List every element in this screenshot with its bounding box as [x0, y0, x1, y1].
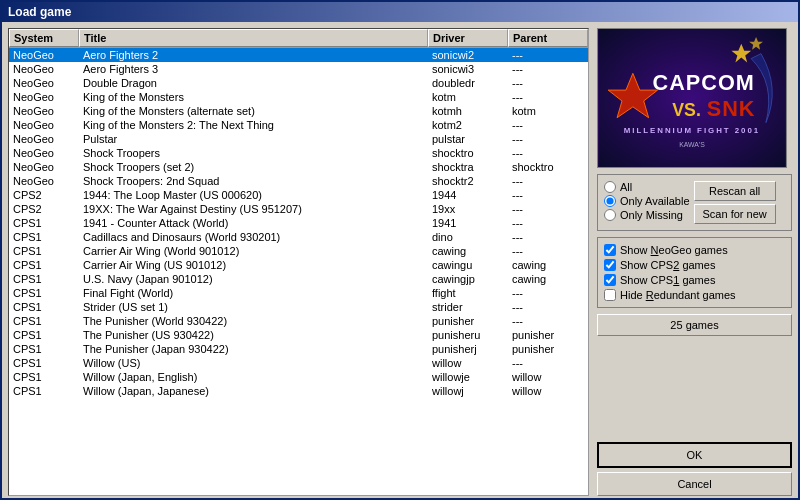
svg-text:KAWA'S: KAWA'S	[679, 141, 705, 148]
table-row[interactable]: NeoGeoShock Troopers (set 2)shocktrashoc…	[9, 160, 588, 174]
table-row[interactable]: CPS1Willow (Japan, English)willowjewillo…	[9, 370, 588, 384]
table-cell: ---	[508, 174, 588, 188]
table-cell: Aero Fighters 2	[79, 48, 428, 62]
table-cell: NeoGeo	[9, 174, 79, 188]
table-row[interactable]: CPS11941 - Counter Attack (World)1941---	[9, 216, 588, 230]
checkbox-cps2[interactable]: Show CPS2 games	[604, 259, 785, 271]
checkbox-neogeo[interactable]: Show NeoGeo games	[604, 244, 785, 256]
table-cell: punisheru	[428, 328, 508, 342]
radio-missing-label: Only Missing	[620, 209, 683, 221]
table-row[interactable]: CPS1U.S. Navy (Japan 901012)cawingjpcawi…	[9, 272, 588, 286]
table-cell: ---	[508, 146, 588, 160]
table-cell: Cadillacs and Dinosaurs (World 930201)	[79, 230, 428, 244]
table-cell: punisher	[428, 314, 508, 328]
table-row[interactable]: CPS1Willow (US)willow---	[9, 356, 588, 370]
bottom-buttons: OK Cancel	[597, 442, 792, 496]
table-row[interactable]: CPS1Willow (Japan, Japanese)willowjwillo…	[9, 384, 588, 398]
table-cell: 19xx	[428, 202, 508, 216]
table-cell: NeoGeo	[9, 48, 79, 62]
table-cell: 19XX: The War Against Destiny (US 951207…	[79, 202, 428, 216]
table-cell: The Punisher (US 930422)	[79, 328, 428, 342]
table-cell: NeoGeo	[9, 160, 79, 174]
table-row[interactable]: CPS1The Punisher (US 930422)punisherupun…	[9, 328, 588, 342]
header-system[interactable]: System	[9, 29, 79, 47]
table-row[interactable]: NeoGeoKing of the Monsters (alternate se…	[9, 104, 588, 118]
table-cell: ---	[508, 202, 588, 216]
table-row[interactable]: CPS21944: The Loop Master (US 000620)194…	[9, 188, 588, 202]
header-title[interactable]: Title	[79, 29, 428, 47]
radio-group: All Only Available Only Missing	[604, 181, 690, 221]
radio-available[interactable]: Only Available	[604, 195, 690, 207]
table-row[interactable]: CPS1Final Fight (World)ffight---	[9, 286, 588, 300]
table-cell: CPS1	[9, 300, 79, 314]
table-cell: willow	[428, 356, 508, 370]
table-cell: pulstar	[428, 132, 508, 146]
scan-for-new-button[interactable]: Scan for new	[694, 204, 776, 224]
table-cell: willowje	[428, 370, 508, 384]
table-row[interactable]: NeoGeoKing of the Monsterskotm---	[9, 90, 588, 104]
table-cell: NeoGeo	[9, 90, 79, 104]
table-cell: shocktr2	[428, 174, 508, 188]
table-cell: ---	[508, 286, 588, 300]
cancel-button[interactable]: Cancel	[597, 472, 792, 496]
table-cell: CPS1	[9, 272, 79, 286]
table-row[interactable]: CPS1The Punisher (Japan 930422)punisherj…	[9, 342, 588, 356]
table-cell: 1941 - Counter Attack (World)	[79, 216, 428, 230]
table-cell: sonicwi2	[428, 48, 508, 62]
checkbox-redundant[interactable]: Hide Redundant games	[604, 289, 785, 301]
svg-text:MILLENNIUM FIGHT 2001: MILLENNIUM FIGHT 2001	[624, 126, 760, 135]
table-row[interactable]: CPS1Carrier Air Wing (World 901012)cawin…	[9, 244, 588, 258]
table-cell: The Punisher (Japan 930422)	[79, 342, 428, 356]
table-cell: ---	[508, 244, 588, 258]
table-row[interactable]: CPS1The Punisher (World 930422)punisher-…	[9, 314, 588, 328]
table-cell: ---	[508, 76, 588, 90]
table-cell: CPS1	[9, 328, 79, 342]
checkbox-group: Show NeoGeo games Show CPS2 games Show C…	[597, 237, 792, 308]
table-row[interactable]: CPS219XX: The War Against Destiny (US 95…	[9, 202, 588, 216]
table-cell: ---	[508, 216, 588, 230]
table-row[interactable]: NeoGeoAero Fighters 2sonicwi2---	[9, 48, 588, 62]
rescan-all-button[interactable]: Rescan all	[694, 181, 776, 201]
table-row[interactable]: CPS1Cadillacs and Dinosaurs (World 93020…	[9, 230, 588, 244]
header-driver[interactable]: Driver	[428, 29, 508, 47]
table-cell: ---	[508, 230, 588, 244]
game-list-panel: System Title Driver Parent NeoGeoAero Fi…	[8, 28, 589, 496]
table-body[interactable]: NeoGeoAero Fighters 2sonicwi2---NeoGeoAe…	[9, 48, 588, 495]
header-parent[interactable]: Parent	[508, 29, 588, 47]
table-cell: willowj	[428, 384, 508, 398]
table-cell: ---	[508, 314, 588, 328]
table-cell: ---	[508, 118, 588, 132]
ok-button[interactable]: OK	[597, 442, 792, 468]
table-row[interactable]: NeoGeoShock Troopersshocktro---	[9, 146, 588, 160]
radio-missing[interactable]: Only Missing	[604, 209, 690, 221]
table-row[interactable]: NeoGeoPulstarpulstar---	[9, 132, 588, 146]
table-cell: NeoGeo	[9, 118, 79, 132]
table-cell: King of the Monsters	[79, 90, 428, 104]
table-cell: doubledr	[428, 76, 508, 90]
radio-all[interactable]: All	[604, 181, 690, 193]
table-cell: strider	[428, 300, 508, 314]
table-row[interactable]: CPS1Carrier Air Wing (US 901012)cawinguc…	[9, 258, 588, 272]
checkbox-cps2-label: Show CPS2 games	[620, 259, 715, 271]
table-row[interactable]: NeoGeoAero Fighters 3sonicwi3---	[9, 62, 588, 76]
table-cell: U.S. Navy (Japan 901012)	[79, 272, 428, 286]
table-row[interactable]: NeoGeoKing of the Monsters 2: The Next T…	[9, 118, 588, 132]
table-cell: ---	[508, 132, 588, 146]
checkbox-neogeo-label: Show NeoGeo games	[620, 244, 728, 256]
table-cell: CPS2	[9, 188, 79, 202]
table-row[interactable]: NeoGeoShock Troopers: 2nd Squadshocktr2-…	[9, 174, 588, 188]
table-cell: Shock Troopers	[79, 146, 428, 160]
checkbox-cps1[interactable]: Show CPS1 games	[604, 274, 785, 286]
svg-text:VS.: VS.	[672, 100, 701, 120]
table-cell: ---	[508, 48, 588, 62]
table-cell: cawing	[508, 258, 588, 272]
table-cell: willow	[508, 370, 588, 384]
load-game-window: Load game System Title Driver Parent Neo…	[0, 0, 800, 500]
svg-text:SNK: SNK	[707, 96, 756, 121]
table-row[interactable]: CPS1Strider (US set 1)strider---	[9, 300, 588, 314]
table-cell: Willow (Japan, Japanese)	[79, 384, 428, 398]
table-cell: Strider (US set 1)	[79, 300, 428, 314]
table-cell: NeoGeo	[9, 76, 79, 90]
table-row[interactable]: NeoGeoDouble Dragondoubledr---	[9, 76, 588, 90]
table-cell: CPS1	[9, 216, 79, 230]
